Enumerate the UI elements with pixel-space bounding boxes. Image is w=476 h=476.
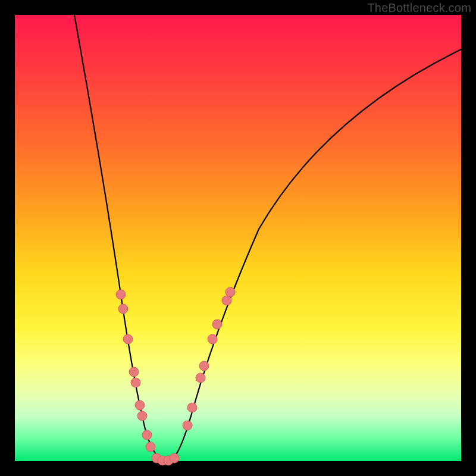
dot: [212, 320, 222, 329]
dot: [199, 361, 209, 371]
dot: [146, 442, 155, 452]
dot: [226, 287, 235, 297]
dot: [187, 403, 197, 412]
chart-frame: TheBottleneck.com: [0, 0, 476, 476]
dot: [208, 334, 217, 344]
plot-area: [15, 15, 461, 461]
dot: [123, 334, 133, 344]
dot: [142, 430, 152, 440]
dot: [135, 400, 145, 410]
bottleneck-curve: [74, 15, 461, 460]
dot: [170, 453, 179, 463]
dot: [196, 373, 205, 383]
watermark-text: TheBottleneck.com: [367, 1, 471, 15]
dot: [116, 290, 126, 299]
dot: [137, 411, 147, 421]
dot: [118, 304, 128, 314]
dot: [183, 421, 192, 430]
dot: [131, 378, 140, 387]
left-branch-dots: [116, 290, 179, 465]
curve-layer: [15, 15, 461, 461]
dot: [129, 367, 139, 377]
